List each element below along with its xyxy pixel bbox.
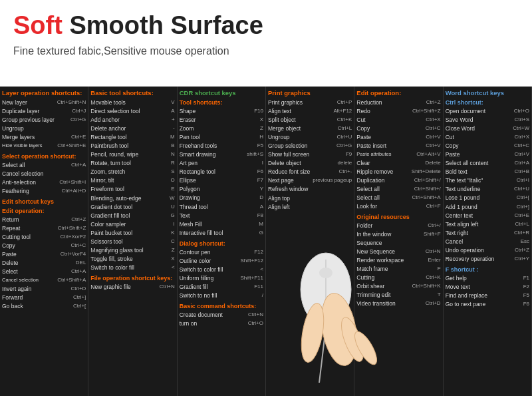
row-get-help: Get helpF1: [446, 274, 529, 283]
row-redo: RedoCtrl+Shift+Z: [356, 107, 440, 116]
row-new-layer: New layerCtrl+Shift+N: [2, 99, 86, 107]
row-copy-word: CopyCtrl+C: [446, 142, 529, 150]
shortcut-area: Layer operation shortcuts: New layerCtrl…: [0, 87, 532, 396]
ctrl-shortcut-title: Ctrl shortcut:: [446, 99, 529, 106]
row-sequence: Sequence: [356, 239, 440, 248]
row-clear: ClearDelete: [356, 159, 440, 168]
row-color-samp: Color samplerI: [90, 220, 174, 229]
row-folder: FolderCtrl+/: [356, 222, 440, 230]
row-del-obj: Delete objectdelete: [268, 159, 352, 168]
row-eraser: EraserX: [180, 116, 263, 124]
row-create-doc: Create documentCtrl+N: [180, 311, 263, 319]
row-sel-all-edit: Select allCtrl+Shift+/: [356, 185, 440, 194]
row-cutting-edit: CuttingCtrl+K: [356, 274, 440, 282]
row-paste-attr: Paste attributesCtrl+Alt+V: [356, 150, 440, 158]
row-contour-pen: Contour penF12: [180, 248, 263, 257]
title-soft: Soft: [13, 11, 63, 39]
row-paintbrush: Paintbrush toolB: [90, 142, 174, 150]
row-group-prev: Group previous layerCtrl+G: [2, 116, 86, 124]
row-refresh-win: Refresh window: [268, 185, 352, 194]
row-render-ws: Render workspaceEnter: [356, 256, 440, 265]
col-word: Word shortcut keys Ctrl shortcut: Open d…: [444, 87, 532, 396]
row-save-word: Save WordCtrl+S: [446, 116, 529, 124]
edit-shortcut-title: Edit shortcut keys: [2, 198, 86, 205]
col-cdr: CDR shortcut keys Tool shortcuts: ShapeF…: [178, 87, 266, 396]
row-new-seq: New SequenceCtrl+N: [356, 248, 440, 256]
row-interactive-fill: Interactive fill toolG: [180, 229, 263, 238]
col-edit: Edit operation: ReductionCtrl+Z RedoCtrl…: [354, 87, 443, 396]
row-sel-all-word: Select all contentCtrl+A: [446, 159, 529, 168]
row-delete: DeleteDEL: [2, 259, 86, 268]
col2-header: Basic tool shortcuts:: [90, 89, 174, 97]
row-blend: Blending, auto-edgeW: [90, 194, 174, 203]
row-group-sel: Group selectionCtrl+G: [268, 142, 352, 150]
col-basic-tools: Basic tool shortcuts: Movable toolsV Dir…: [88, 87, 177, 396]
dialog-shortcut-title: Dialog shortcut:: [180, 240, 263, 247]
row-ellipse: EllipseF7: [180, 176, 263, 185]
row-orbit-shear: Orbit shearCtrl+Shift+K: [356, 282, 440, 291]
row-switch-no-fill: Switch to no fill/: [180, 292, 263, 300]
row-grad-fill: Gradient fill toolG: [90, 212, 174, 220]
row-undo-op: Undo operationCtrl+Z: [446, 246, 529, 255]
file-ops-title: File operation shortcut keys:: [90, 275, 174, 282]
row-magnify: Magnifying glass toolZ: [90, 246, 174, 255]
row-split-obj: Split objectCtrl+K: [268, 116, 352, 124]
subtitle: Fine textured fabic,Sensitive mouse oper…: [13, 45, 519, 57]
row-text-cdr: TextF8: [180, 212, 263, 220]
row-open-doc: Open documentCtrl+O: [446, 107, 529, 116]
row-pan: Pan toolH: [180, 133, 263, 142]
row-art-pen: Art penI: [180, 159, 263, 168]
col-layer-ops: Layer operation shortcuts: New layerCtrl…: [0, 87, 88, 396]
row-paint-bucket: Paint bucket toolK: [90, 229, 174, 238]
row-find-replace: Find and replaceF5: [446, 292, 529, 300]
row-add-pound: Add 1 poundCtrl+]: [446, 203, 529, 212]
row-show-full: Show full screenF9: [268, 150, 352, 159]
row-merge: Merge layersCtrl+E: [2, 133, 86, 142]
row-match-frame: Match frameF: [356, 265, 440, 274]
row-ungroup: Ungroup: [2, 124, 86, 133]
row-direct-sel: Direct selection toolA: [90, 107, 174, 116]
row-scissors: Scissors toolC: [90, 238, 174, 246]
row-rect-tool: Rectangle toolM: [90, 133, 174, 142]
row-del-anchor: Delete anchor-: [90, 124, 174, 133]
row-video-trans: Video transitionCtrl+D: [356, 299, 440, 308]
page-container: Soft Smooth Surface Fine textured fabic,…: [0, 0, 532, 396]
row-new-file: New graphic fileCtrl+N: [90, 283, 174, 292]
row-add-anchor: Add anchor+: [90, 116, 174, 124]
row-close-word: Close WordCtrl+W: [446, 124, 529, 133]
main-title: Soft Smooth Surface: [13, 12, 519, 40]
col5-header: Edit operation:: [356, 89, 440, 97]
row-switch-color: Switch to color fill<: [90, 264, 174, 272]
row-underline: Text underlineCtrl+U: [446, 185, 529, 194]
row-print-graphics: Print graphicsCtrl+P: [268, 99, 352, 107]
row-lose-pound: Lose 1 poundCtrl+[: [446, 194, 529, 202]
row-copy: CopyCtrl+C: [2, 242, 86, 250]
row-move-text: Move textF2: [446, 283, 529, 292]
row-thread: Thread toolA: [180, 203, 263, 212]
row-invert: Invert againCtrl+D: [2, 285, 86, 294]
col4-header: Print graphics: [268, 89, 352, 97]
select-ops-title: Select operation shortcut:: [2, 153, 86, 160]
original-res-title: Original resources: [356, 214, 440, 220]
col1-header: Layer operation shortcuts:: [2, 89, 86, 97]
header-section: Soft Smooth Surface Fine textured fabic,…: [0, 0, 532, 87]
row-italic: The text "Italic"Ctrl+I: [446, 176, 529, 185]
row-ripple: Ripple removeShift+Delete: [356, 168, 440, 176]
row-move: Movable toolsV: [90, 99, 174, 107]
row-recovery-op: Recovery operationCtrl+Y: [446, 255, 529, 264]
row-bold: Bold textCtrl+B: [446, 168, 529, 176]
row-zoom-stretch: Zoom, stretchS: [90, 168, 174, 176]
col6-header: Word shortcut keys: [446, 89, 529, 97]
row-back: Go backCtrl+[: [2, 302, 86, 311]
col-print: Print graphics Print graphicsCtrl+P Alig…: [266, 87, 354, 396]
row-duplication: DuplicationCtrl+Shift+/: [356, 176, 440, 185]
row-cancel-sel2: Cancel selectionCtrl+Shift+A: [2, 276, 86, 284]
row-paste: PasteCtrl+VorF4: [2, 250, 86, 259]
row-gradient-fill: Gradient fillF11: [180, 283, 263, 292]
row-next-pane: Go to next paneF6: [446, 300, 529, 309]
row-mirror: Mirror, tiltO: [90, 176, 174, 185]
row-paste-edit: PasteCtrl+V: [356, 133, 440, 142]
row-grad-dot: Gradient dot toolU: [90, 203, 174, 212]
row-cut-word: CutCtrl+X: [446, 133, 529, 142]
row-drawing: DrawingD: [180, 194, 263, 202]
